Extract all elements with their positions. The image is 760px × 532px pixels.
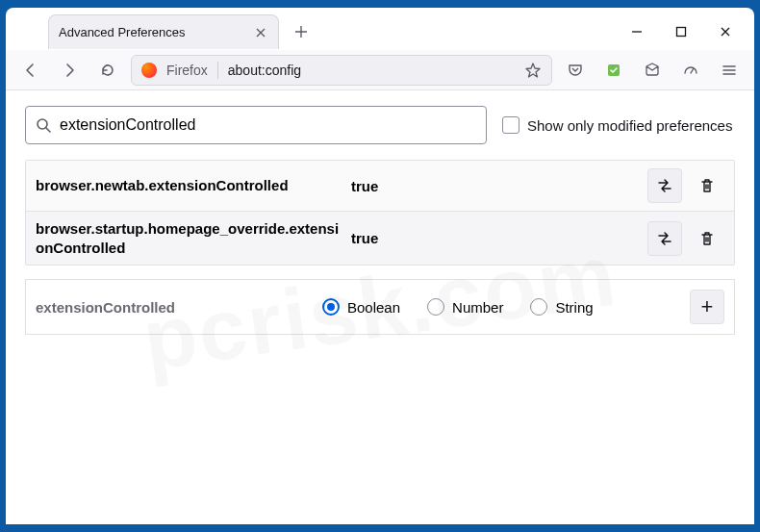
tab-title: Advanced Preferences bbox=[59, 25, 253, 39]
pref-value: true bbox=[351, 230, 378, 246]
reload-button[interactable] bbox=[92, 55, 123, 86]
back-button[interactable] bbox=[15, 55, 46, 86]
pref-value: true bbox=[351, 178, 378, 194]
radio-string[interactable]: String bbox=[530, 298, 593, 316]
delete-button[interactable] bbox=[690, 168, 724, 203]
window: Advanced Preferences Firefox about:confi… bbox=[6, 8, 754, 524]
radio-number[interactable]: Number bbox=[427, 298, 503, 316]
separator bbox=[217, 62, 218, 79]
pref-row: browser.startup.homepage_override.extens… bbox=[26, 212, 734, 265]
search-box[interactable] bbox=[25, 106, 487, 144]
pref-name: browser.newtab.extensionControlled bbox=[36, 176, 343, 195]
bookmark-star-icon[interactable] bbox=[524, 62, 542, 79]
nav-toolbar: Firefox about:config bbox=[6, 50, 754, 90]
forward-button[interactable] bbox=[54, 55, 85, 86]
svg-rect-0 bbox=[677, 28, 686, 37]
url-text: about:config bbox=[228, 63, 301, 78]
checkbox-box bbox=[502, 116, 519, 134]
radio-label: String bbox=[555, 299, 593, 316]
firefox-icon bbox=[141, 63, 157, 78]
minimize-button[interactable] bbox=[616, 16, 658, 47]
type-radios: Boolean Number String bbox=[322, 298, 682, 316]
radio-button bbox=[530, 298, 547, 316]
pref-row: browser.newtab.extensionControlled true bbox=[26, 161, 734, 212]
content-area: pcrisk.com Show only modified preference… bbox=[6, 90, 754, 524]
search-input[interactable] bbox=[60, 116, 476, 134]
extension-icon[interactable] bbox=[598, 55, 629, 86]
preferences-list: browser.newtab.extensionControlled true … bbox=[25, 160, 735, 266]
close-tab-icon[interactable] bbox=[253, 25, 268, 40]
brand-text: Firefox bbox=[166, 63, 208, 78]
search-icon bbox=[36, 117, 52, 134]
show-modified-checkbox[interactable]: Show only modified preferences bbox=[502, 116, 732, 134]
radio-button bbox=[427, 298, 444, 316]
inbox-icon[interactable] bbox=[637, 55, 668, 86]
url-bar[interactable]: Firefox about:config bbox=[131, 55, 552, 86]
window-controls bbox=[616, 16, 747, 47]
show-modified-label: Show only modified preferences bbox=[527, 117, 732, 134]
add-pref-button[interactable]: + bbox=[690, 290, 724, 324]
new-preference-row: extensionControlled Boolean Number Strin… bbox=[25, 279, 735, 335]
pocket-icon[interactable] bbox=[560, 55, 591, 86]
new-pref-name: extensionControlled bbox=[36, 299, 315, 316]
search-row: Show only modified preferences bbox=[25, 106, 735, 144]
radio-button bbox=[322, 298, 340, 316]
new-tab-button[interactable] bbox=[287, 17, 316, 46]
pref-name: browser.startup.homepage_override.extens… bbox=[36, 219, 343, 257]
menu-button[interactable] bbox=[714, 55, 745, 86]
close-window-button[interactable] bbox=[704, 16, 747, 47]
dashboard-icon[interactable] bbox=[675, 55, 706, 86]
tab-advanced-preferences[interactable]: Advanced Preferences bbox=[48, 14, 279, 49]
toggle-button[interactable] bbox=[647, 221, 682, 256]
maximize-button[interactable] bbox=[660, 16, 702, 47]
toggle-button[interactable] bbox=[647, 168, 682, 203]
radio-label: Boolean bbox=[347, 299, 400, 316]
titlebar: Advanced Preferences bbox=[6, 8, 754, 50]
radio-boolean[interactable]: Boolean bbox=[322, 298, 400, 316]
radio-label: Number bbox=[452, 299, 503, 316]
delete-button[interactable] bbox=[690, 221, 724, 256]
